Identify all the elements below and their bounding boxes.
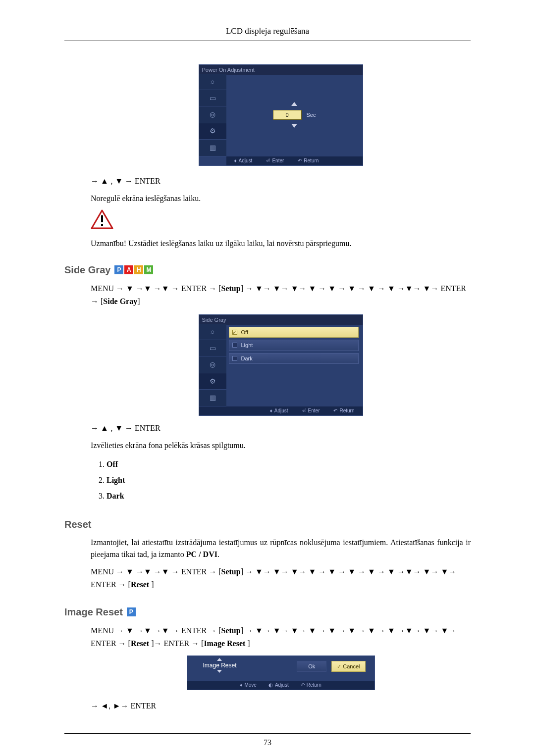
button-row: Ok Cancel (297, 661, 365, 672)
source-icon: ◎ (199, 356, 226, 373)
option-dark: Dark (229, 353, 359, 364)
nav-line-3: → ◄, ►→ ENTER (91, 700, 471, 712)
page-header-title: LCD displeja regulēšana (226, 26, 309, 36)
brightness-icon: ☼ (199, 74, 226, 90)
nav-imagereset: MENU → ▼ →▼ →▼ → ENTER → [Setup] → ▼→ ▼→… (91, 624, 471, 651)
paragraph-3: Izvēlieties ekrāna fona pelēkās krāsas s… (91, 440, 471, 452)
brightness-icon: ☼ (199, 324, 226, 340)
value-row: 0 Sec (273, 110, 316, 120)
arrow-up-icon (291, 102, 297, 106)
osd-imagereset-wrap: Image Reset Ok Cancel ♦ Move ◐ Adjust ↶ … (91, 655, 471, 694)
option-list: Off Light Dark (229, 327, 359, 364)
option-off: Off (229, 327, 359, 338)
osd-title: Image Reset (203, 661, 237, 670)
options-list: Off Light Dark (107, 456, 471, 504)
footer-adjust: ♦ Adjust (234, 157, 253, 164)
svg-rect-2 (101, 224, 103, 226)
paragraph-1: Noregulē ekrāna ieslēgšanas laiku. (91, 193, 471, 204)
svg-rect-1 (101, 215, 103, 222)
footer-return: ↶ Return (301, 681, 321, 689)
osd-sidegray-wrap: Side Gray ☼ ▭ ◎ ⚙ ▥ Off Light Dark ♦ Adj… (91, 313, 471, 416)
gear-icon: ⚙ (199, 123, 226, 140)
section-image-reset-heading: Image Reset P (64, 605, 471, 619)
section-side-gray-heading: Side Gray P A H M (64, 262, 471, 277)
value-box: 0 (273, 110, 302, 120)
arrow-down-icon (291, 124, 297, 128)
nav-line-1: → ▲ , ▼ → ENTER (91, 175, 471, 188)
picture-icon: ▭ (199, 90, 226, 106)
footer-enter: ⏎ Enter (302, 407, 320, 414)
footer-move: ♦ Move (240, 681, 257, 689)
badge-p: P (127, 607, 136, 616)
cancel-button: Cancel (331, 661, 365, 672)
osd-footer: ♦ Adjust ⏎ Enter ↶ Return (199, 406, 363, 415)
unit-label: Sec (307, 111, 316, 119)
paragraph-4: Izmantojiet, lai atiestatītu izstrādājum… (91, 537, 471, 560)
arrow-down-icon (217, 670, 222, 673)
osd-footer: ♦ Adjust ⏎ Enter ↶ Return (226, 156, 363, 165)
osd-sidebar: ☼ ▭ ◎ ⚙ ▥ (199, 74, 226, 156)
multi-icon: ▥ (199, 390, 226, 406)
osd-power-on-adjust: Power On Adjustment ☼ ▭ ◎ ⚙ ▥ 0 Sec ♦ Ad… (199, 64, 363, 166)
nav-line-2: → ▲ , ▼ → ENTER (91, 422, 471, 435)
footer-enter: ⏎ Enter (266, 157, 284, 164)
nav-reset: MENU → ▼ →▼ →▼ → ENTER → [Setup] → ▼→ ▼→… (91, 565, 471, 592)
osd-power-on-adjust-wrap: Power On Adjustment ☼ ▭ ◎ ⚙ ▥ 0 Sec ♦ Ad… (91, 63, 471, 166)
section-title: Reset (64, 517, 91, 532)
multi-icon: ▥ (199, 140, 226, 156)
list-item: Dark (107, 488, 471, 504)
footer-adjust: ◐ Adjust (268, 681, 289, 689)
page-footer: 73 (64, 733, 471, 749)
badge-h: H (134, 265, 143, 274)
osd-sidegray: Side Gray ☼ ▭ ◎ ⚙ ▥ Off Light Dark ♦ Adj… (199, 314, 363, 416)
badge-m: M (144, 265, 153, 274)
osd-footer: ♦ Move ◐ Adjust ↶ Return (187, 681, 374, 690)
nav-sidegray: MENU → ▼ →▼ →▼ → ENTER → [Setup] → ▼→ ▼→… (91, 282, 471, 308)
footer-return: ↶ Return (333, 407, 354, 414)
osd-main: 0 Sec (226, 74, 363, 156)
osd-sidebar: ☼ ▭ ◎ ⚙ ▥ (199, 324, 226, 406)
list-item: Light (107, 472, 471, 488)
ok-button: Ok (297, 661, 326, 672)
footer-return: ↶ Return (298, 157, 319, 164)
mode-badges: P (127, 607, 136, 616)
gear-icon: ⚙ (199, 373, 226, 390)
section-title: Side Gray (64, 262, 110, 277)
badge-a: A (124, 265, 133, 274)
paragraph-warning: Uzmanību! Uzstādiet ieslēgšanas laiku uz… (91, 238, 471, 250)
footer-adjust: ♦ Adjust (270, 407, 288, 414)
picture-icon: ▭ (199, 340, 226, 356)
warning-icon (91, 209, 471, 233)
page-number: 73 (264, 738, 271, 747)
osd-imagereset: Image Reset Ok Cancel ♦ Move ◐ Adjust ↶ … (187, 655, 375, 690)
section-reset-heading: Reset (64, 517, 471, 532)
list-item: Off (107, 456, 471, 472)
source-icon: ◎ (199, 106, 226, 123)
option-light: Light (229, 340, 359, 351)
page-header: LCD displeja regulēšana (64, 25, 471, 41)
mode-badges: P A H M (114, 265, 153, 274)
badge-p: P (114, 265, 123, 274)
section-title: Image Reset (64, 605, 123, 619)
